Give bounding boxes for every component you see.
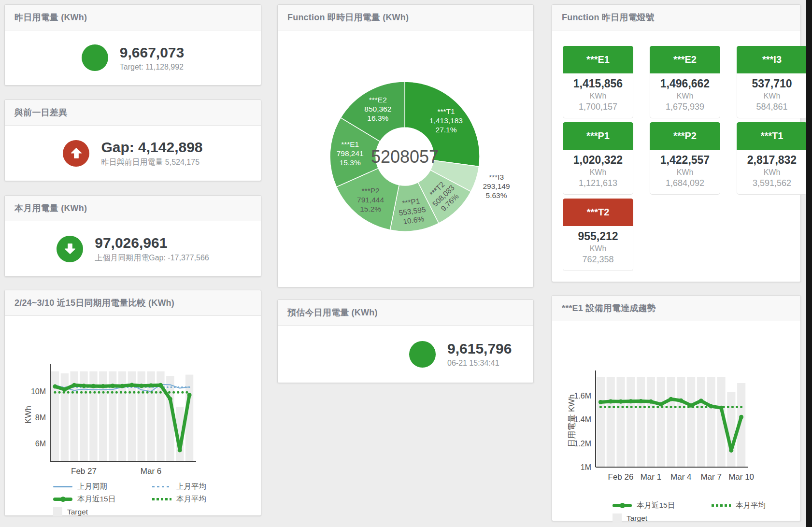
legend-label: 本月平均 <box>736 500 766 511</box>
light-tile-P1[interactable]: ***P11,020,322KWh1,121,613 <box>563 122 633 195</box>
stat-value: Gap: 4,142,898 <box>101 139 202 156</box>
y-tick-label: 1.2M <box>574 440 591 448</box>
trend-chart-legend: 本月近15日本月平均Target <box>613 500 800 524</box>
legend-swatch-line-blue-icon <box>53 486 72 487</box>
legend-label: 上月同期 <box>77 482 107 492</box>
stat-subtitle: 昨日與前日用電量 5,524,175 <box>101 157 202 168</box>
panel-title: Function 即時日用電量 (KWh) <box>287 12 409 23</box>
tile-body: 1,496,662KWh1,675,939 <box>650 73 720 118</box>
legend-swatch-line-green-icon <box>53 498 72 501</box>
series-marker <box>120 384 125 388</box>
legend-swatch-box-gray-icon <box>53 507 62 516</box>
panel-title: Function 昨日用電燈號 <box>562 12 655 23</box>
viewport-right-edge <box>806 0 812 527</box>
tile-target: 584,861 <box>738 102 806 112</box>
legend-item-box-gray[interactable]: Target <box>613 513 712 524</box>
panel-header: 昨日用電量 (KWh) <box>5 5 261 30</box>
stat-value: 9,615,796 <box>447 341 512 357</box>
tile-value: 537,710 <box>738 77 806 90</box>
compare-line-chart[interactable]: 6M8M10MFeb 27Mar 6KWh <box>24 358 261 479</box>
stat-body: 97,026,961 上個月同期用電Gap: -17,377,566 <box>5 221 261 276</box>
light-tile-I3[interactable]: ***I3537,710KWh584,861 <box>737 46 807 118</box>
e1-trend-line-chart[interactable]: 1M1.2M1.4M1.6MFeb 26Mar 1Mar 4Mar 7Mar 1… <box>567 355 800 498</box>
panel-title: 預估今日用電量 (KWh) <box>287 307 378 318</box>
donut-svg: ***T11,413,18327.1%***I3293,1495.63%***T… <box>285 52 527 261</box>
series-marker <box>639 399 643 403</box>
x-tick-label: Mar 7 <box>700 472 721 482</box>
target-bar <box>617 377 625 467</box>
series-marker <box>649 399 653 404</box>
panel-title: 本月用電量 (KWh) <box>14 202 87 214</box>
tile-target: 1,684,092 <box>651 178 719 188</box>
tile-target: 3,591,562 <box>738 178 806 188</box>
arrow-down-icon <box>57 236 83 262</box>
tile-value: 1,422,557 <box>651 154 719 167</box>
tile-status-header: ***P1 <box>563 122 633 150</box>
y-tick-label: 8M <box>35 413 46 422</box>
tile-status-header: ***I3 <box>737 46 807 73</box>
legend-item-line-green[interactable]: 本月近15日 <box>613 500 712 511</box>
stat-body: 9,667,073 Target: 11,128,992 <box>5 30 261 85</box>
y-tick-label: 1.6M <box>574 392 591 400</box>
legend-item-dotted-green[interactable]: 本月平均 <box>152 494 261 505</box>
series-marker <box>669 397 673 401</box>
light-tile-P2[interactable]: ***P21,422,557KWh1,684,092 <box>650 122 720 195</box>
panel-header: ***E1 設備用電達成趨勢 <box>552 296 800 321</box>
tile-target: 1,700,157 <box>564 102 632 112</box>
legend-item-dotted-blue[interactable]: 上月平均 <box>152 481 261 492</box>
series-marker <box>82 384 86 388</box>
legend-label: 本月近15日 <box>637 500 675 511</box>
light-tile-E1[interactable]: ***E11,415,856KWh1,700,157 <box>563 46 633 118</box>
panel-header: 與前一日差異 <box>5 100 261 126</box>
tile-body: 1,020,322KWh1,121,613 <box>563 150 633 195</box>
panel-header: 2/24~3/10 近15日同期用電量比較 (KWh) <box>5 290 261 316</box>
series-marker <box>679 399 683 403</box>
y-tick-label: 1.4M <box>574 415 591 424</box>
tile-value: 955,212 <box>564 230 632 243</box>
legend-label: 上月平均 <box>176 482 206 492</box>
series-marker <box>699 399 703 403</box>
series-marker <box>91 384 96 388</box>
tile-target: 762,358 <box>564 255 632 265</box>
compare-chart-legend: 上月同期上月平均本月近15日本月平均Target <box>53 481 261 517</box>
series-marker <box>53 385 57 389</box>
light-tile-T2[interactable]: ***T2955,212KWh762,358 <box>563 199 633 271</box>
tile-value: 1,020,322 <box>564 154 632 167</box>
series-marker <box>101 384 105 388</box>
series-marker <box>187 393 192 397</box>
stat-body: Gap: 4,142,898 昨日與前日用電量 5,524,175 <box>5 126 261 181</box>
target-bar <box>727 392 735 468</box>
target-bar <box>657 377 665 467</box>
tile-unit: KWh <box>564 168 632 177</box>
status-light-grid: ***E11,415,856KWh1,700,157***E21,496,662… <box>552 30 800 271</box>
target-bar <box>687 377 695 467</box>
series-marker <box>62 387 67 392</box>
target-bar <box>667 377 675 467</box>
light-tile-T1[interactable]: ***T12,817,832KWh3,591,562 <box>737 122 807 195</box>
arrow-up-icon <box>63 140 89 167</box>
series-marker <box>628 399 633 403</box>
legend-label: 本月平均 <box>176 494 206 504</box>
tile-body: 1,422,557KWh1,684,092 <box>650 150 720 195</box>
panel-header: 本月用電量 (KWh) <box>5 196 261 221</box>
stat-subtitle: 上個月同期用電Gap: -17,377,566 <box>95 253 209 263</box>
legend-swatch-dotted-blue-icon <box>152 486 171 487</box>
target-bar <box>637 377 645 467</box>
x-tick-label: Mar 6 <box>141 467 161 476</box>
legend-item-dotted-green[interactable]: 本月平均 <box>712 500 800 511</box>
series-marker <box>72 383 76 387</box>
tile-unit: KWh <box>651 168 719 177</box>
x-tick-label: Mar 4 <box>670 472 691 482</box>
lights-body: ***E11,415,856KWh1,700,157***E21,496,662… <box>552 30 800 282</box>
realtime-donut-chart[interactable]: ***T11,413,18327.1%***I3293,1495.63%***T… <box>285 52 527 308</box>
stat-value: 9,667,073 <box>120 44 184 61</box>
panel-title: 與前一日差異 <box>14 107 67 118</box>
y-axis-label: KWh <box>24 406 33 424</box>
light-tile-E2[interactable]: ***E21,496,662KWh1,675,939 <box>650 46 720 118</box>
panel-e1-trend: ***E1 設備用電達成趨勢 1M1.2M1.4M1.6MFeb 26Mar 1… <box>552 295 801 521</box>
legend-item-line-green[interactable]: 本月近15日 <box>53 494 152 505</box>
legend-item-line-blue[interactable]: 上月同期 <box>53 481 152 492</box>
series-marker <box>729 448 733 453</box>
legend-item-box-gray[interactable]: Target <box>53 506 152 517</box>
tile-body: 537,710KWh584,861 <box>737 73 807 118</box>
